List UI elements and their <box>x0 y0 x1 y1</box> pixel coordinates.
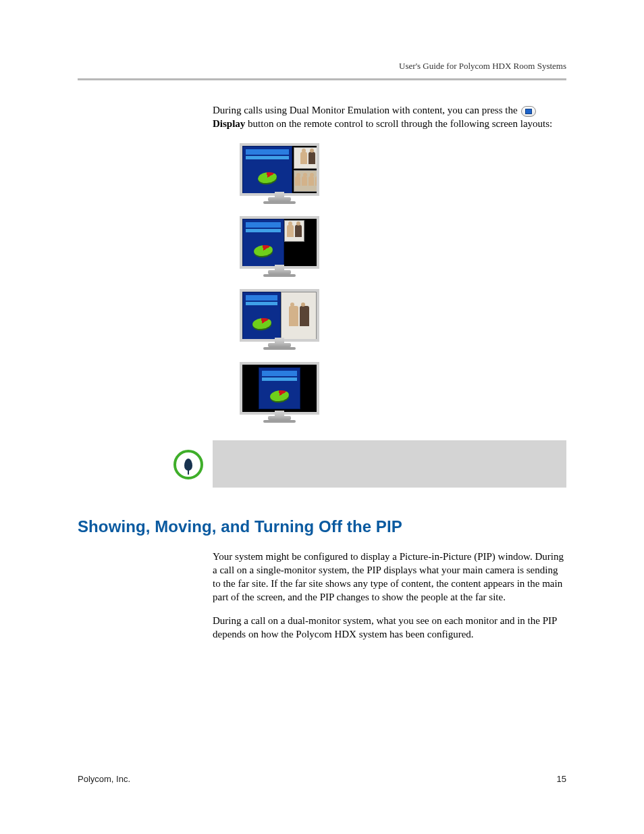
layout-figures <box>240 143 566 423</box>
display-button-label: Display <box>213 118 245 129</box>
people-tile <box>294 170 317 192</box>
layout-option-2 <box>240 216 319 277</box>
people-tile <box>294 147 317 169</box>
section-para-2: During a call on a dual-monitor system, … <box>213 614 566 642</box>
footer-company: Polycom, Inc. <box>78 774 130 784</box>
people-tile <box>281 292 317 339</box>
running-header: User's Guide for Polycom HDX Room System… <box>78 61 566 72</box>
footer-page-number: 15 <box>557 774 566 784</box>
layout-option-1 <box>240 143 319 204</box>
display-button-icon <box>521 106 536 117</box>
pin-icon <box>173 450 203 479</box>
intro-text-2: button on the remote control to scroll t… <box>248 118 552 129</box>
section-heading: Showing, Moving, and Turning Off the PIP <box>78 517 566 536</box>
header-rule <box>78 78 566 80</box>
intro-paragraph: During calls using Dual Monitor Emulatio… <box>213 103 566 131</box>
layout-option-3 <box>240 289 319 350</box>
layout-option-4 <box>240 362 319 423</box>
intro-text-1: During calls using Dual Monitor Emulatio… <box>213 105 520 115</box>
people-tile <box>284 220 304 242</box>
section-para-1: Your system might be configured to displ… <box>213 550 566 604</box>
margin-note-block <box>213 440 566 488</box>
